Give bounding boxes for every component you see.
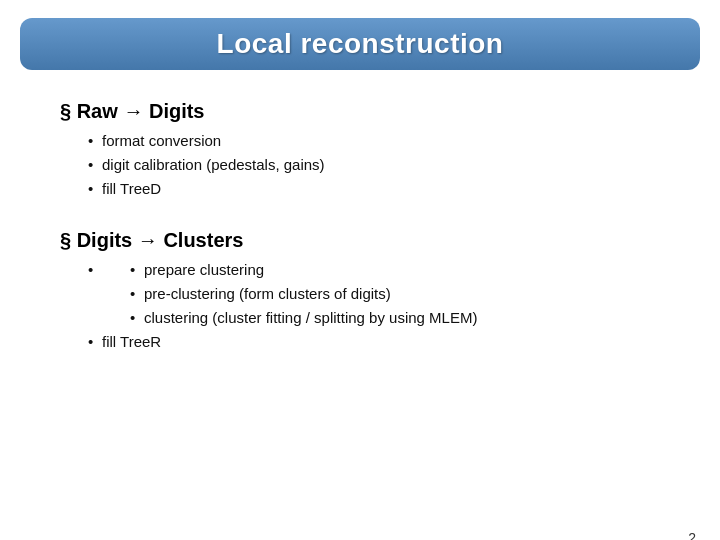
page-number: 2 [688,530,696,540]
section-raw-digits: § Raw → Digits format conversion digit c… [60,100,660,201]
section-digits-clusters: § Digits → Clusters prepare clustering p… [60,229,660,354]
list-item: prepare clustering pre-clustering (form … [88,258,660,330]
list-item: clustering (cluster fitting / splitting … [130,306,660,330]
slide-content: § Raw → Digits format conversion digit c… [0,70,720,402]
list-item: digit calibration (pedestals, gains) [88,153,660,177]
section1-bullets: format conversion digit calibration (ped… [60,129,660,201]
section2-bullets: prepare clustering pre-clustering (form … [60,258,660,354]
section2-heading-text: § Digits → Clusters [60,229,243,252]
section2-heading: § Digits → Clusters [60,229,660,252]
list-item: fill TreeR [88,330,660,354]
list-item: prepare clustering [130,258,660,282]
section2-arrow: → [138,229,164,251]
list-item: format conversion [88,129,660,153]
slide: Local reconstruction § Raw → Digits form… [0,18,720,540]
list-item: pre-clustering (form clusters of digits) [130,282,660,306]
slide-header: Local reconstruction [20,18,700,70]
section2-sub-bullets: prepare clustering pre-clustering (form … [102,258,660,330]
section1-arrow: → [123,100,149,122]
section1-heading: § Raw → Digits [60,100,660,123]
section1-heading-text: § Raw → Digits [60,100,205,123]
list-item: fill TreeD [88,177,660,201]
slide-title: Local reconstruction [217,28,504,59]
